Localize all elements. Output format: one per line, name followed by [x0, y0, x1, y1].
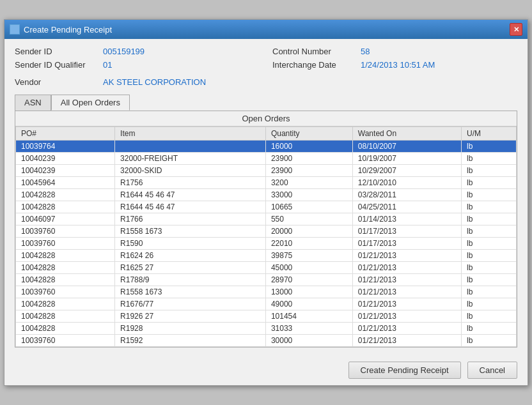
interchange-date-row: Interchange Date 1/24/2013 10:51 AM	[272, 60, 517, 70]
table-title: Open Orders	[15, 111, 517, 126]
table-header-row: PO# Item Quantity Wanted On U/M	[16, 127, 517, 141]
table-wrapper[interactable]: PO# Item Quantity Wanted On U/M 10039764…	[15, 126, 517, 347]
interchange-date-value: 1/24/2013 10:51 AM	[361, 60, 435, 70]
tab-asn[interactable]: ASN	[15, 95, 51, 111]
main-window: Create Pending Receipt ✕ Sender ID 00515…	[4, 19, 528, 386]
tabs: ASN All Open Orders	[15, 95, 517, 111]
col-quantity: Quantity	[265, 127, 352, 141]
control-number-row: Control Number 58	[272, 47, 517, 56]
table-row[interactable]: 10042828R1625 274500001/21/2013lb	[16, 262, 517, 274]
table-row[interactable]: 10045964R1756320012/10/2010lb	[16, 177, 517, 189]
window-icon	[10, 24, 20, 34]
info-grid: Sender ID 005159199 Control Number 58 Se…	[15, 47, 517, 70]
window-title: Create Pending Receipt	[24, 25, 112, 34]
sender-id-value: 005159199	[103, 47, 145, 56]
content-area: Sender ID 005159199 Control Number 58 Se…	[4, 39, 528, 355]
table-row[interactable]: 10042828R1624 263987501/21/2013lb	[16, 250, 517, 262]
control-number-value: 58	[361, 47, 370, 56]
col-um: U/M	[462, 127, 517, 141]
vendor-row: Vendor AK STEEL CORPORATION	[15, 77, 517, 87]
table-row[interactable]: 100397641600008/10/2007lb	[16, 141, 517, 153]
col-item: Item	[115, 127, 266, 141]
col-wanted-on: Wanted On	[352, 127, 461, 141]
table-row[interactable]: 1004023932000-SKID2390010/29/2007lb	[16, 165, 517, 177]
title-bar-left: Create Pending Receipt	[10, 24, 112, 34]
table-row[interactable]: 10042828R1644 45 46 473300003/28/2011lb	[16, 189, 517, 201]
table-row[interactable]: 10042828R19283103301/21/2013lb	[16, 323, 517, 335]
orders-table: PO# Item Quantity Wanted On U/M 10039764…	[15, 126, 517, 347]
table-row[interactable]: 10042828R1644 45 46 471066504/25/2011lb	[16, 201, 517, 213]
cancel-button[interactable]: Cancel	[467, 362, 517, 379]
table-row[interactable]: 10042828R1926 2710145401/21/2013lb	[16, 310, 517, 323]
vendor-value: AK STEEL CORPORATION	[103, 77, 206, 87]
vendor-label: Vendor	[15, 77, 98, 87]
table-container: Open Orders PO# Item Quantity Wanted On …	[15, 111, 517, 348]
control-number-label: Control Number	[272, 47, 356, 56]
table-row[interactable]: 10039760R1558 16731300001/21/2013lb	[16, 286, 517, 298]
table-row[interactable]: 10042828R1676/774900001/21/2013lb	[16, 298, 517, 310]
col-po: PO#	[16, 127, 115, 141]
table-row[interactable]: 10042828R1788/92897001/21/2013lb	[16, 274, 517, 286]
table-row[interactable]: 10039760R1558 16732000001/17/2013lb	[16, 225, 517, 238]
title-bar: Create Pending Receipt ✕	[4, 20, 528, 39]
table-row[interactable]: 10039760R15923000001/21/2013lb	[16, 335, 517, 347]
close-button[interactable]: ✕	[510, 23, 522, 36]
sender-id-label: Sender ID	[15, 47, 98, 56]
sender-qualifier-label: Sender ID Qualifier	[15, 60, 98, 70]
interchange-date-label: Interchange Date	[272, 60, 356, 70]
sender-qualifier-value: 01	[103, 60, 112, 70]
table-row[interactable]: 10046097R176655001/14/2013lb	[16, 213, 517, 225]
sender-id-row: Sender ID 005159199	[15, 47, 260, 56]
tab-all-open-orders[interactable]: All Open Orders	[51, 95, 130, 111]
footer: Create Pending Receipt Cancel	[4, 355, 528, 385]
sender-qualifier-row: Sender ID Qualifier 01	[15, 60, 260, 70]
table-row[interactable]: 10039760R15902201001/17/2013lb	[16, 238, 517, 250]
table-row[interactable]: 1004023932000-FREIGHT2390010/19/2007lb	[16, 153, 517, 165]
create-pending-receipt-button[interactable]: Create Pending Receipt	[348, 362, 461, 379]
